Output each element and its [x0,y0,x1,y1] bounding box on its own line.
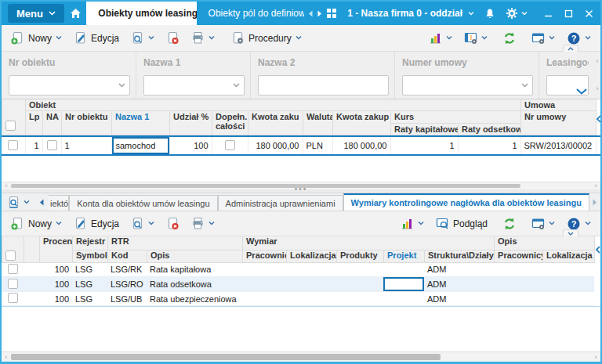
cell-symbol[interactable]: LSG [72,263,107,277]
cell-projekt[interactable] [383,292,424,306]
cell-produkty[interactable] [336,263,383,277]
cell-projekt-selected[interactable] [383,277,424,292]
column-header-kwota-zakupu[interactable]: Kwota zaku [248,111,303,135]
refresh-button[interactable] [498,29,521,48]
select-all-checkbox[interactable] [2,99,26,135]
detail-tab-wymiary-active[interactable]: Wymiary kontrolingowe nagłówka dla obiek… [343,193,589,211]
cell-lp[interactable]: 1 [25,137,42,154]
delete-button[interactable] [161,214,184,232]
cell-procent[interactable]: 100 [39,277,72,292]
cell-empty[interactable] [24,263,39,277]
bottom-horizontal-scrollbar[interactable]: ‹ › [2,351,600,362]
cell-projekt[interactable] [383,263,424,277]
column-group-wymiar[interactable]: Wymiar [243,236,495,250]
row-checkbox[interactable] [2,137,25,154]
expand-filter-button[interactable] [575,84,588,98]
column-header-procent[interactable]: Procent [40,236,73,262]
window-tab-active[interactable]: 2 Obiekty umów leasingu [86,2,196,25]
table-row-selected[interactable]: 100 LSG LSG/RO Rata odsetkowa ADM [2,277,594,292]
column-group-kurs[interactable]: Kurs [391,111,521,124]
column-header-symbol[interactable]: Symbol [73,250,108,262]
apps-grid-icon[interactable] [326,8,337,19]
chart-button[interactable] [396,214,429,232]
cell-opis-pracownicy[interactable] [494,292,542,306]
new-button[interactable]: Nowy [6,214,67,232]
column-header-struktura-dzialy[interactable]: Struktura\Działy [425,250,495,262]
column-scroll-left-icon[interactable] [596,246,600,254]
company-selector[interactable]: 1 - Nasza firma 0 - oddział [347,8,474,19]
column-header-produkty[interactable]: Produkty [337,250,384,262]
column-group-umowa[interactable]: Umowa [521,99,597,111]
column-header-raty-kapitalowe[interactable]: Raty kapitałowe [391,124,459,135]
cell-na-checkbox[interactable] [42,137,61,154]
scroll-left-icon[interactable]: ‹ [2,182,11,189]
select-all-checkbox[interactable] [2,236,24,262]
delete-button[interactable] [161,29,184,47]
column-group-obiekt[interactable]: Obiekt [26,99,521,111]
cell-lokalizacja[interactable] [286,277,336,292]
tab-scroll-right-icon[interactable] [593,199,597,206]
column-group-rejestr[interactable]: Rejestr [73,236,108,250]
column-header-lokalizacja[interactable]: Lokalizacja [287,250,337,262]
cell-nazwa-1-selected[interactable]: samochod [111,137,169,154]
column-header-dopeln-calosci[interactable]: Dopełn. całości [212,111,248,135]
column-header-kod[interactable]: Kod [108,250,147,262]
filter-scroll-right-icon[interactable]: › [597,85,599,92]
tab-scroll-left-icon[interactable] [308,10,313,17]
print-button[interactable] [187,29,219,47]
cell-opis-lokalizacja[interactable] [542,292,594,306]
column-header-nr-obiektu[interactable]: Nr obiektu [62,111,112,135]
cell-opis-pracownicy[interactable] [494,263,542,277]
column-header-opis[interactable]: Opis [147,250,243,262]
scroll-left-icon[interactable]: ‹ [2,354,11,361]
organizer-settings-button[interactable]: ! [459,29,492,47]
row-checkbox[interactable] [2,277,24,292]
home-button[interactable] [64,2,86,25]
column-scroll-left-icon[interactable] [597,115,601,123]
cell-opis[interactable]: Rata kapitałowa [147,263,242,277]
column-header-waluta[interactable]: Waluta [303,111,333,135]
cell-empty[interactable] [24,292,39,306]
chart-button[interactable] [424,29,457,47]
menu-button[interactable]: Menu [8,4,64,23]
collapse-toolbar-button[interactable] [563,229,578,236]
column-header-na[interactable]: NA [43,111,62,135]
collapse-toolbar-button[interactable] [563,45,578,52]
column-group-rtr[interactable]: RTR [108,236,243,250]
cell-nr-obiektu[interactable]: 1 [61,137,111,154]
cell-opis-lokalizacja[interactable] [542,263,594,277]
tab-list-search-icon[interactable] [7,196,20,209]
bell-icon[interactable] [484,8,495,20]
row-checkbox[interactable] [2,263,24,277]
column-group-opis[interactable]: Opis [495,236,595,250]
cell-kod[interactable]: LSG/RK [107,263,147,277]
print-button[interactable] [187,214,219,232]
view-settings-button[interactable] [527,214,560,232]
settings-button[interactable] [506,7,528,20]
cell-opis[interactable]: Rata ubezpieczeniowa [147,292,242,306]
table-row[interactable]: 100 LSG LSG/UB Rata ubezpieczeniowa ADM [2,292,594,306]
cell-symbol[interactable]: LSG [72,292,107,306]
preview-button[interactable]: Podgląd [431,214,492,232]
cell-empty[interactable] [24,277,39,292]
scrollbar-thumb[interactable] [11,184,520,188]
cell-pracownicy[interactable] [242,263,286,277]
cell-opis-lokalizacja[interactable] [542,277,594,292]
edit-button[interactable]: Edycja [69,214,124,232]
cell-lokalizacja[interactable] [286,263,336,277]
refresh-button[interactable] [498,214,521,233]
cell-struktura[interactable]: ADM [424,292,494,306]
column-header-udzial[interactable]: Udział % [170,111,212,135]
view-settings-button[interactable] [527,29,560,47]
column-header-pracownicy[interactable]: Pracownicy [243,250,287,262]
filter-scroll-left-icon[interactable]: ‹ [597,58,599,65]
procedures-button[interactable]: Procedury [227,29,306,47]
column-header-projekt[interactable]: Projekt [384,250,425,262]
cell-procent[interactable]: 100 [39,292,72,306]
filter-nazwa-1[interactable] [143,75,245,96]
cell-pracownicy[interactable] [242,292,286,306]
cell-kwota-zakupu-2[interactable]: 180 000,00 [332,137,390,154]
filter-nazwa-2[interactable] [258,75,389,96]
cell-kwota-zakupu[interactable]: 180 000,00 [248,137,303,154]
scroll-right-icon[interactable]: › [591,182,600,189]
